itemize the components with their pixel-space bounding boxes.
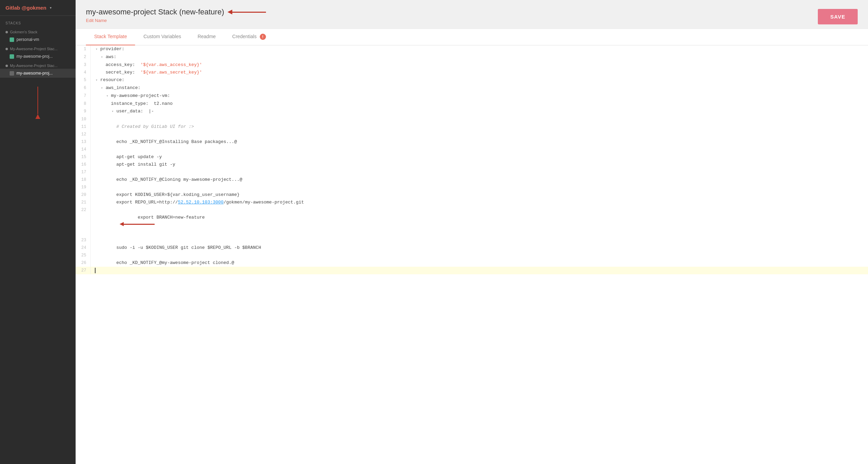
edit-name-link[interactable]: Edit Name — [86, 18, 266, 23]
stacks-section-label: STACKS — [0, 16, 76, 27]
code-line: 23 — [76, 236, 868, 244]
code-line: 2 ▾ aws: — [76, 53, 868, 61]
repo-url-link[interactable]: 52.52.10.103:3000 — [178, 200, 224, 205]
code-line: 25 — [76, 252, 868, 259]
code-line: 4 secret_key: '${var.aws_secret_key}' — [76, 69, 868, 76]
topbar: my-awesome-project Stack (new-feature) E… — [76, 0, 868, 29]
sidebar-item-myawesome2-active[interactable]: my-awesome-proj... — [0, 69, 76, 78]
tab-stack-template[interactable]: Stack Template — [86, 29, 135, 45]
sidebar-item-label: my-awesome-proj... — [16, 54, 53, 59]
code-line: 7 ▾ my-awesome-project-vm: — [76, 92, 868, 100]
sidebar-item-personal-vm[interactable]: personal-vm — [0, 35, 76, 44]
sidebar-group-myawesome1: My-Awesome-Project Stac... — [0, 44, 76, 52]
sidebar-header[interactable]: Gitlab @gokmen ▾ — [0, 0, 76, 16]
code-line: 6 ▾ aws_instance: — [76, 84, 868, 92]
code-line: 21 export REPO_URL=http://52.52.10.103:3… — [76, 199, 868, 206]
toggle-icon: ▾ — [106, 94, 108, 98]
title-area: my-awesome-project Stack (new-feature) E… — [86, 8, 266, 23]
code-line: 13 echo _KD_NOTIFY_@Installing Base pack… — [76, 138, 868, 146]
sidebar-item-label: personal-vm — [16, 37, 39, 42]
code-editor[interactable]: 1 ▾ provider: 2 ▾ aws: 3 access_key: '${… — [76, 45, 868, 464]
tab-custom-variables[interactable]: Custom Variables — [135, 29, 189, 45]
sidebar: Gitlab @gokmen ▾ STACKS Gokmen's Stack p… — [0, 0, 76, 464]
vm-status-icon — [10, 37, 14, 42]
tab-readme[interactable]: Readme — [189, 29, 224, 45]
sidebar-group-gokmen: Gokmen's Stack — [0, 27, 76, 35]
code-line: 20 export KODING_USER=${var.koding_user_… — [76, 191, 868, 199]
code-line: 15 apt-get update -y — [76, 153, 868, 161]
save-button[interactable]: SAVE — [818, 9, 858, 24]
page-title: my-awesome-project Stack (new-feature) — [86, 8, 266, 16]
vm-status-icon-gray — [10, 71, 14, 76]
toggle-icon: ▾ — [96, 47, 98, 51]
sidebar-group-myawesome2: My-Awesome-Project Stac... — [0, 61, 76, 69]
code-line: 3 access_key: '${var.aws_access_key}' — [76, 61, 868, 69]
code-line: 8 instance_type: t2.nano — [76, 100, 868, 108]
code-line: 19 — [76, 184, 868, 191]
code-line: 9 ▾ user_data: |- — [76, 108, 868, 115]
code-line: 10 — [76, 115, 868, 123]
toggle-icon: ▾ — [101, 86, 103, 90]
credentials-badge: ! — [260, 34, 266, 40]
sidebar-item-label: my-awesome-proj... — [16, 71, 53, 76]
code-line: 14 — [76, 146, 868, 153]
vm-status-icon-green — [10, 54, 14, 59]
tab-bar: Stack Template Custom Variables Readme C… — [76, 29, 868, 45]
tab-credentials[interactable]: Credentials ! — [224, 29, 274, 45]
main-content: my-awesome-project Stack (new-feature) E… — [76, 0, 868, 464]
code-line: 18 echo _KD_NOTIFY_@Cloning my-awesome-p… — [76, 176, 868, 184]
code-line: 5 ▾ resource: — [76, 76, 868, 84]
code-line: 16 apt-get install git -y — [76, 161, 868, 168]
code-line: 12 — [76, 131, 868, 138]
toggle-icon: ▾ — [96, 78, 98, 82]
code-line: 22 export BRANCH=new-feature — [76, 206, 868, 236]
sidebar-item-myawesome1[interactable]: my-awesome-proj... — [0, 52, 76, 61]
gitlab-logo: Gitlab @gokmen — [5, 5, 46, 11]
code-line: 17 — [76, 168, 868, 176]
code-line: 24 sudo -i -u $KODING_USER git clone $RE… — [76, 244, 868, 252]
code-line-cursor: 27 — [76, 267, 868, 274]
code-line: 11 # Created by GitLab UI for :> — [76, 123, 868, 131]
toggle-icon: ▾ — [101, 55, 103, 59]
code-line: 1 ▾ provider: — [76, 45, 868, 53]
chevron-down-icon: ▾ — [50, 6, 52, 10]
toggle-icon: ▾ — [112, 110, 114, 113]
code-line: 26 echo _KD_NOTIFY_@my-awesome-project c… — [76, 259, 868, 267]
